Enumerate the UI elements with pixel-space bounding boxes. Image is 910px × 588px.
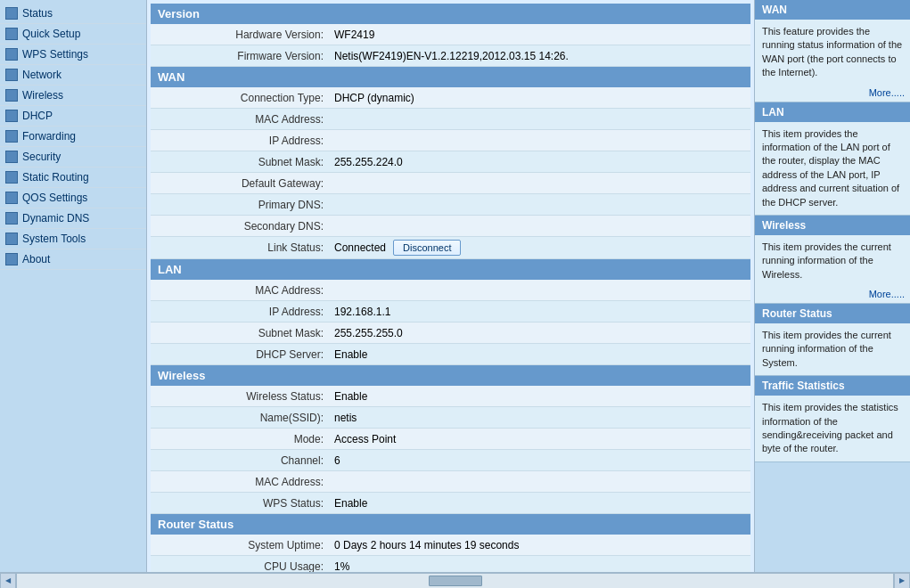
field-label: IP Address: (151, 132, 329, 150)
sidebar-label-wps-settings: WPS Settings (22, 48, 88, 61)
field-row: MAC Address: (151, 280, 750, 301)
field-label: Wireless Status: (151, 388, 329, 405)
sidebar-label-qos-settings: QOS Settings (22, 192, 87, 204)
sidebar-icon-status (5, 7, 18, 20)
field-row: Firmware Version:Netis(WF2419)EN-V1.2.12… (151, 45, 750, 67)
right-section-more-wan[interactable]: More..... (755, 86, 910, 102)
sidebar-item-quick-setup[interactable]: Quick Setup (0, 24, 146, 45)
sidebar-label-forwarding: Forwarding (22, 130, 76, 143)
bottom-bar: ◀ ▶ (0, 572, 910, 588)
field-value: Enable (329, 388, 750, 405)
right-panel: WANThis feature provides the running sta… (754, 0, 910, 572)
wan-header: WAN (151, 67, 750, 87)
sidebar-label-about: About (22, 253, 50, 265)
field-row: System Uptime:0 Days 2 hours 14 minutes … (151, 535, 750, 556)
sidebar-item-qos-settings[interactable]: QOS Settings (0, 188, 146, 208)
sidebar-icon-security (5, 151, 18, 163)
field-value (329, 138, 750, 143)
field-value-text: Enable (334, 348, 367, 361)
field-value-text: 255.255.224.0 (334, 156, 403, 168)
wireless-fields: Wireless Status:EnableName(SSID):netisMo… (151, 386, 750, 514)
sidebar-item-forwarding[interactable]: Forwarding (0, 127, 146, 147)
field-value: Enable (329, 494, 750, 512)
field-row: Link Status:ConnectedDisconnect (151, 237, 750, 259)
sidebar-icon-wps-settings (5, 48, 18, 61)
sidebar-item-dhcp[interactable]: DHCP (0, 106, 146, 127)
field-label: Firmware Version: (151, 47, 329, 65)
right-section-more-wireless[interactable]: More..... (755, 287, 910, 303)
sidebar-item-wireless[interactable]: Wireless (0, 86, 146, 106)
field-label: Subnet Mask: (151, 153, 329, 171)
right-sections: WANThis feature provides the running sta… (755, 0, 910, 462)
field-label: Hardware Version: (151, 26, 329, 44)
field-value: Netis(WF2419)EN-V1.2.12219,2012.03.15 14… (329, 47, 750, 65)
field-value: 6 (329, 452, 750, 470)
sidebar-item-wps-settings[interactable]: WPS Settings (0, 45, 146, 65)
field-value (329, 181, 750, 186)
scroll-handle (429, 576, 482, 586)
version-fields: Hardware Version:WF2419Firmware Version:… (151, 24, 750, 67)
sidebar-icon-system-tools (5, 233, 18, 245)
scroll-left-btn[interactable]: ◀ (0, 573, 16, 589)
right-section-header-router-status: Router Status (755, 304, 910, 323)
sidebar-icon-quick-setup (5, 28, 18, 40)
field-label: Subnet Mask: (151, 324, 329, 342)
field-value-text: Netis(WF2419)EN-V1.2.12219,2012.03.15 14… (334, 50, 569, 62)
field-label: Default Gateway: (151, 175, 329, 192)
right-section-lan: LANThis item provides the information of… (755, 102, 910, 216)
sidebar-item-system-tools[interactable]: System Tools (0, 229, 146, 249)
right-section-wireless: WirelessThis item provides the current r… (755, 216, 910, 304)
router-status-section: Router Status System Uptime:0 Days 2 hou… (151, 514, 750, 572)
field-row: MAC Address: (151, 471, 750, 493)
field-row: Wireless Status:Enable (151, 386, 750, 407)
right-section-wan: WANThis feature provides the running sta… (755, 0, 910, 102)
field-value: 255.255.224.0 (329, 153, 750, 171)
field-row: IP Address: (151, 130, 750, 151)
field-value (329, 288, 750, 293)
field-row: IP Address:192.168.1.1 (151, 301, 750, 323)
sidebar-icon-qos-settings (5, 192, 18, 204)
right-section-router-status: Router StatusThis item provides the curr… (755, 304, 910, 376)
scroll-right-btn[interactable]: ▶ (894, 573, 910, 589)
field-label: System Uptime: (151, 536, 329, 554)
lan-fields: MAC Address:IP Address:192.168.1.1Subnet… (151, 280, 750, 365)
sidebar-item-about[interactable]: About (0, 249, 146, 270)
sidebar-item-status[interactable]: Status (0, 4, 146, 24)
lan-header: LAN (151, 259, 750, 280)
field-value-text: Connected (334, 241, 386, 254)
field-label: Secondary DNS: (151, 217, 329, 235)
right-section-body-router-status: This item provides the current running i… (755, 323, 910, 375)
sidebar-label-wireless: Wireless (22, 89, 63, 102)
right-section-body-wireless: This item provides the current running i… (755, 235, 910, 287)
content-area: Version Hardware Version:WF2419Firmware … (147, 0, 754, 572)
right-section-body-lan: This item provides the information of th… (755, 122, 910, 215)
field-row: Channel:6 (151, 450, 750, 471)
field-value-text: DHCP (dynamic) (334, 92, 414, 104)
field-value-text: netis (334, 412, 357, 424)
version-section: Version Hardware Version:WF2419Firmware … (151, 4, 750, 67)
field-label: MAC Address: (151, 282, 329, 299)
field-row: Default Gateway: (151, 173, 750, 194)
field-value-text: 1% (334, 560, 349, 573)
field-value: netis (329, 409, 750, 427)
sidebar-icon-dhcp (5, 110, 18, 122)
sidebar-item-network[interactable]: Network (0, 65, 146, 86)
sidebar-item-static-routing[interactable]: Static Routing (0, 167, 146, 188)
sidebar-icon-about (5, 253, 18, 265)
sidebar-item-security[interactable]: Security (0, 147, 146, 167)
field-row: Primary DNS: (151, 194, 750, 216)
right-section-header-wan: WAN (755, 0, 910, 20)
router-status-fields: System Uptime:0 Days 2 hours 14 minutes … (151, 535, 750, 572)
wan-fields: Connection Type:DHCP (dynamic)MAC Addres… (151, 87, 750, 259)
field-row: WPS Status:Enable (151, 493, 750, 514)
field-label: IP Address: (151, 303, 329, 321)
sidebar-icon-dynamic-dns (5, 212, 18, 225)
field-value-text: 6 (334, 454, 340, 467)
sidebar-label-system-tools: System Tools (22, 233, 86, 245)
disconnect-button[interactable]: Disconnect (393, 240, 461, 256)
field-row: Name(SSID):netis (151, 407, 750, 429)
bottom-scrollbar[interactable] (16, 573, 894, 589)
field-value-text: 0 Days 2 hours 14 minutes 19 seconds (334, 539, 519, 551)
field-value: Enable (329, 346, 750, 363)
sidebar-item-dynamic-dns[interactable]: Dynamic DNS (0, 208, 146, 229)
